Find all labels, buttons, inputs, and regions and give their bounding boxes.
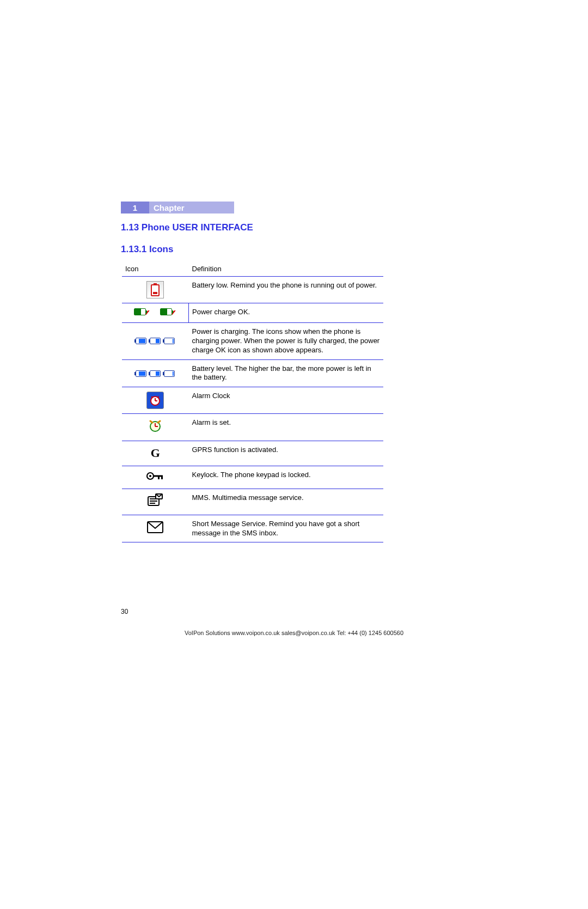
power-charging-icon [136, 338, 175, 344]
icon-cell [122, 359, 189, 387]
icon-cell [122, 515, 189, 542]
chapter-bar: 1 Chapter [121, 202, 458, 213]
table-row: Power is charging. The icons show when t… [122, 322, 383, 359]
subsection-heading: 1.13.1 Icons [121, 244, 458, 255]
svg-rect-15 [161, 477, 163, 479]
definition-cell: GPRS function is activated. [189, 441, 384, 466]
table-row: MMS. Multimedia message service. [122, 489, 383, 515]
alarm-clock-icon [146, 392, 164, 409]
definition-cell: Power charge OK. [189, 303, 384, 323]
gprs-icon: G [151, 446, 160, 461]
sms-icon [146, 521, 164, 536]
chapter-number: 1 [121, 202, 149, 213]
table-header-row: Icon Definition [122, 263, 383, 277]
keylock-icon [146, 471, 164, 484]
icons-table: Icon Definition Battery low. Remind you … [122, 263, 383, 542]
header-icon: Icon [122, 263, 189, 277]
mms-icon [147, 493, 163, 510]
table-row: ✔ ✔ Power charge OK. [122, 303, 383, 323]
icon-cell [122, 489, 189, 515]
section-heading: 1.13 Phone USER INTERFACE [121, 222, 458, 233]
table-row: G GPRS function is activated. [122, 441, 383, 466]
battery-level-icon [136, 370, 175, 377]
table-row: Alarm is set. [122, 414, 383, 441]
icon-cell: ✔ ✔ [122, 303, 189, 323]
definition-cell: Alarm is set. [189, 414, 384, 441]
definition-cell: Keylock. The phone keypad is locked. [189, 466, 384, 489]
battery-low-icon [146, 281, 164, 298]
header-definition: Definition [189, 263, 384, 277]
table-row: Alarm Clock [122, 387, 383, 414]
definition-cell: Battery low. Remind you the phone is run… [189, 277, 384, 303]
icon-cell [122, 277, 189, 303]
document-page: 1 Chapter 1.13 Phone USER INTERFACE 1.13… [0, 0, 588, 909]
svg-point-12 [149, 475, 151, 477]
svg-rect-19 [150, 503, 155, 504]
icon-cell: G [122, 441, 189, 466]
icon-cell [122, 322, 189, 359]
table-row: Battery level. The higher the bar, the m… [122, 359, 383, 387]
footer-text: VoIPon Solutions www.voipon.co.uk sales@… [0, 630, 588, 636]
page-number: 30 [121, 608, 128, 615]
definition-cell: Power is charging. The icons show when t… [189, 322, 384, 359]
alarm-set-icon [148, 418, 163, 436]
power-charge-ok-icon: ✔ ✔ [134, 308, 176, 318]
icon-cell [122, 387, 189, 414]
svg-rect-18 [150, 501, 157, 502]
svg-rect-2 [153, 292, 157, 294]
table-row: Battery low. Remind you the phone is run… [122, 277, 383, 303]
definition-cell: Short Message Service. Remind you have g… [189, 515, 384, 542]
definition-cell: Battery level. The higher the bar, the m… [189, 359, 384, 387]
definition-cell: MMS. Multimedia message service. [189, 489, 384, 515]
chapter-label: Chapter [149, 202, 234, 213]
table-row: Short Message Service. Remind you have g… [122, 515, 383, 542]
content-area: 1 Chapter 1.13 Phone USER INTERFACE 1.13… [121, 202, 458, 542]
table-row: Keylock. The phone keypad is locked. [122, 466, 383, 489]
svg-rect-14 [158, 477, 160, 479]
definition-cell: Alarm Clock [189, 387, 384, 414]
icon-cell [122, 466, 189, 489]
icon-cell [122, 414, 189, 441]
